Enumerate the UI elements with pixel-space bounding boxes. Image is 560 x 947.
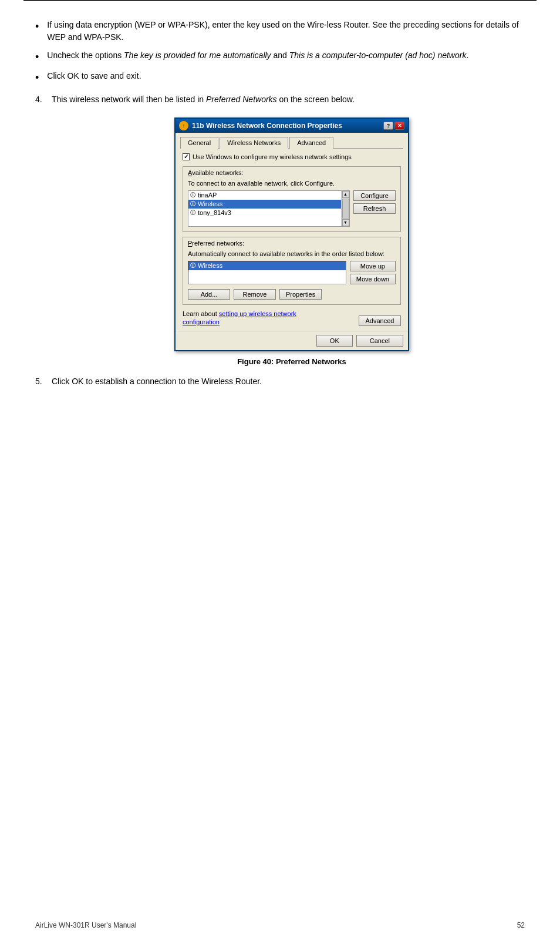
preferred-list-area: ⓘ Wireless Move up Move down <box>188 261 396 284</box>
main-content: • If using data encryption (WEP or WPA-P… <box>0 19 560 388</box>
move-down-button[interactable]: Move down <box>350 274 396 284</box>
refresh-button[interactable]: Refresh <box>353 203 396 214</box>
footer-page: 52 <box>517 921 525 929</box>
add-button[interactable]: Add... <box>188 289 230 300</box>
use-windows-label: Use Windows to configure my wireless net… <box>193 153 352 160</box>
move-buttons: Move up Move down <box>350 261 396 284</box>
cancel-button[interactable]: Cancel <box>356 335 403 347</box>
learn-text: Learn about setting up wireless network … <box>183 310 318 327</box>
network-item-wireless[interactable]: ⓘ Wireless <box>188 200 341 209</box>
step-4: 4. This wireless network will then be li… <box>35 93 525 106</box>
bullet-text-2: Uncheck the options The key is provided … <box>47 49 468 62</box>
remove-button[interactable]: Remove <box>234 289 276 300</box>
dialog-window: ↑ 11b Wireless Network Connection Proper… <box>174 117 409 352</box>
network-item-tinaap[interactable]: ⓘ tinaAP <box>188 191 341 200</box>
bullet-dot: • <box>35 20 39 33</box>
network-list-area: ⓘ tinaAP ⓘ Wireless ⓘ to <box>188 190 396 227</box>
titlebar-buttons: ? ✕ <box>383 122 404 130</box>
tab-general[interactable]: General <box>180 137 218 149</box>
dialog-titlebar: ↑ 11b Wireless Network Connection Proper… <box>176 119 408 133</box>
preferred-list: ⓘ Wireless <box>188 261 346 284</box>
step-5: 5. Click OK to establish a connection to… <box>35 375 525 388</box>
tab-advanced[interactable]: Advanced <box>289 137 333 149</box>
preferred-item-wireless[interactable]: ⓘ Wireless <box>188 261 346 270</box>
available-section-label: Available networks: <box>188 169 396 176</box>
dialog-body: General Wireless Networks Advanced ✓ Use… <box>176 133 408 331</box>
available-networks-section: Available networks: To connect to an ava… <box>183 166 401 232</box>
tabs-row: General Wireless Networks Advanced <box>180 136 403 149</box>
bullet-dot: • <box>35 51 39 64</box>
bullet-dot: • <box>35 71 39 85</box>
bullet-list: • If using data encryption (WEP or WPA-P… <box>35 19 525 85</box>
scrollbar: ▲ ▼ <box>341 191 349 226</box>
configure-button[interactable]: Configure <box>353 190 396 201</box>
preferred-desc: Automatically connect to available netwo… <box>188 250 396 257</box>
titlebar-left: ↑ 11b Wireless Network Connection Proper… <box>179 121 342 130</box>
preferred-networks-section: Preferred networks: Automatically connec… <box>183 237 401 305</box>
help-button[interactable]: ? <box>383 122 393 130</box>
bullet-text-1: If using data encryption (WEP or WPA-PSK… <box>47 19 525 43</box>
available-buttons: Configure Refresh <box>353 190 396 214</box>
scroll-up-arrow[interactable]: ▲ <box>342 191 349 198</box>
move-up-button[interactable]: Move up <box>350 261 396 271</box>
dialog-footer: OK Cancel <box>176 331 408 350</box>
list-item: • Click OK to save and exit. <box>35 70 525 85</box>
list-item: • If using data encryption (WEP or WPA-P… <box>35 19 525 43</box>
list-item: • Uncheck the options The key is provide… <box>35 49 525 64</box>
title-icon: ↑ <box>179 121 188 130</box>
available-desc: To connect to an available network, clic… <box>188 180 396 187</box>
learn-row: Learn about setting up wireless network … <box>183 310 401 327</box>
use-windows-row: ✓ Use Windows to configure my wireless n… <box>183 153 401 160</box>
step5-number: 5. <box>35 375 52 388</box>
figure-container: ↑ 11b Wireless Network Connection Proper… <box>59 117 525 367</box>
tab-wireless-networks[interactable]: Wireless Networks <box>220 137 288 149</box>
network-item-tony[interactable]: ⓘ tony_814v3 <box>188 209 341 217</box>
footer-bar: AirLive WN-301R User's Manual 52 <box>0 921 560 929</box>
footer-left: AirLive WN-301R User's Manual <box>35 921 136 929</box>
step5-text: Click OK to establish a connection to th… <box>52 375 262 388</box>
properties-button[interactable]: Properties <box>279 289 322 300</box>
use-windows-checkbox[interactable]: ✓ <box>183 153 190 160</box>
scroll-down-arrow[interactable]: ▼ <box>342 219 349 226</box>
preferred-section-label: Preferred networks: <box>188 240 396 247</box>
scroll-thumb <box>342 199 349 219</box>
bullet-text-3: Click OK to save and exit. <box>47 70 141 82</box>
step-number: 4. <box>35 93 52 106</box>
dialog-title: 11b Wireless Network Connection Properti… <box>192 122 342 130</box>
tab-content-wireless: ✓ Use Windows to configure my wireless n… <box>180 153 403 327</box>
advanced-button[interactable]: Advanced <box>359 315 401 326</box>
step-text: This wireless network will then be liste… <box>52 93 355 106</box>
bottom-buttons-row: Add... Remove Properties <box>188 289 396 300</box>
close-button[interactable]: ✕ <box>394 122 404 130</box>
available-list: ⓘ tinaAP ⓘ Wireless ⓘ to <box>188 190 350 227</box>
figure-caption: Figure 40: Preferred Networks <box>237 357 346 366</box>
top-border <box>23 0 537 1</box>
ok-button[interactable]: OK <box>316 335 353 347</box>
